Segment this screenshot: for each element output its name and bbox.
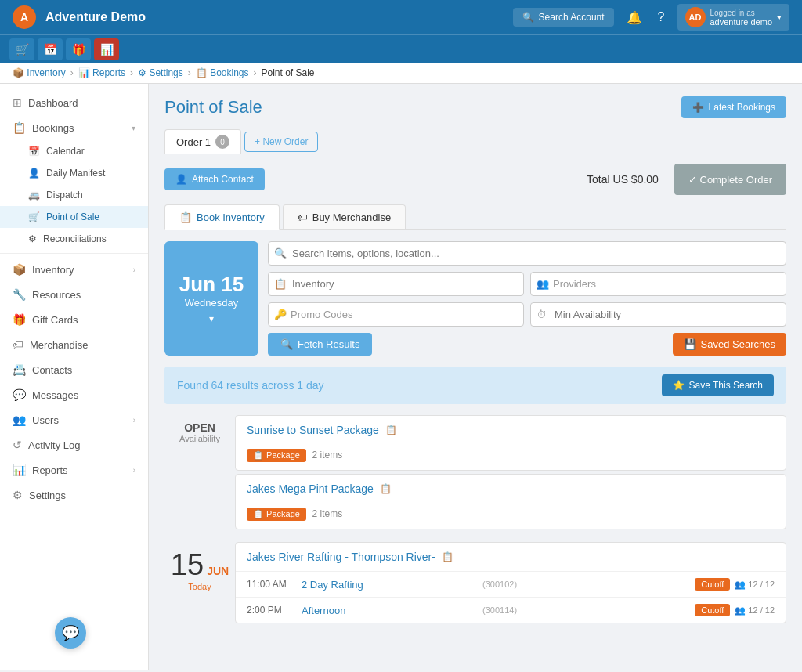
chevron-right-icon: › xyxy=(133,466,135,475)
promo-select[interactable]: Promo Codes xyxy=(268,302,524,327)
breadcrumb-reports[interactable]: 📊 Reports xyxy=(78,67,125,78)
sidebar-item-merchandise[interactable]: 🏷 Merchandise xyxy=(0,332,148,357)
sidebar-item-bookings[interactable]: 📋 Bookings ▾ xyxy=(0,115,148,140)
min-availability-input[interactable] xyxy=(530,302,786,327)
search-account-button[interactable]: 🔍 Search Account xyxy=(513,8,614,27)
name-2day[interactable]: 2 Day Rafting xyxy=(302,579,479,591)
sidebar-item-dispatch[interactable]: 🚐 Dispatch xyxy=(0,184,148,206)
date-display: Jun 15 xyxy=(179,273,244,297)
notifications-button[interactable]: 🔔 xyxy=(623,7,645,28)
app-logo: A xyxy=(13,5,36,29)
sidebar-item-daily-manifest[interactable]: 👤 Daily Manifest xyxy=(0,162,148,184)
order-badge: 0 xyxy=(215,135,229,149)
date-picker[interactable]: Jun 15 Wednesday ▾ xyxy=(164,241,258,356)
items-count: 2 items xyxy=(312,450,343,461)
package-badge: 📋 Package xyxy=(247,449,306,462)
providers-input-wrapper: 👥 Providers xyxy=(530,272,786,296)
sidebar-item-activity-log[interactable]: ↺ Activity Log xyxy=(0,432,148,457)
help-button[interactable]: ? xyxy=(655,7,668,27)
search-input[interactable] xyxy=(268,241,786,266)
open-date-col: OPEN Availability xyxy=(164,415,235,533)
main-content: Point of Sale ➕ Latest Bookings Order 1 … xyxy=(149,84,802,670)
breadcrumb: 📦 Inventory › 📊 Reports › ⚙ Settings › 📋… xyxy=(0,63,802,84)
inventory-input-wrapper: 📋 xyxy=(268,272,524,296)
order-tab-1[interactable]: Order 1 0 xyxy=(164,129,241,154)
calendar-quicknav-button[interactable]: 📅 xyxy=(38,38,63,60)
book-tabs: 📋 Book Inventory 🏷 Buy Merchandise xyxy=(164,204,786,230)
breadcrumb-inventory[interactable]: 📦 Inventory xyxy=(13,67,66,78)
search-input-wrapper: 🔍 xyxy=(268,241,786,266)
cutoff-badge-2: Cutoff xyxy=(695,604,730,616)
new-order-button[interactable]: + New Order xyxy=(244,132,318,152)
saved-searches-button[interactable]: 💾 Saved Searches xyxy=(673,333,786,356)
cutoff-badge-1: Cutoff xyxy=(695,578,730,591)
day-display: Wednesday xyxy=(185,297,238,309)
dispatch-icon: 🚐 xyxy=(28,190,40,201)
sidebar-item-users[interactable]: 👥 Users › xyxy=(0,407,148,432)
breadcrumb-bookings[interactable]: 📋 Bookings xyxy=(196,67,249,78)
inventory-icon: 📦 xyxy=(13,263,26,276)
breadcrumb-settings[interactable]: ⚙ Settings xyxy=(138,67,183,78)
top-navigation: A Adventure Demo 🔍 Search Account 🔔 ? AD… xyxy=(0,0,802,34)
attach-contact-button[interactable]: 👤 Attach Contact xyxy=(164,168,265,190)
tag-icon: 🏷 xyxy=(298,211,308,223)
merchandise-icon: 🏷 xyxy=(13,338,23,351)
sidebar-item-inventory[interactable]: 📦 Inventory › xyxy=(0,257,148,282)
contacts-icon: 📇 xyxy=(13,363,26,376)
chevron-down-icon: ▾ xyxy=(132,124,135,132)
card-title-jakes-mega[interactable]: Jakes Mega Pint Package xyxy=(247,482,374,495)
chat-bubble[interactable]: 💬 xyxy=(55,617,86,649)
result-card-jakes-river: Jakes River Rafting - Thompson River- 📋 … xyxy=(235,542,786,623)
result-group-date: 15 JUN Today Jakes River Rafting - Thomp… xyxy=(164,542,786,627)
latest-bookings-button[interactable]: ➕ Latest Bookings xyxy=(681,96,786,118)
name-afternoon[interactable]: Afternoon xyxy=(302,605,479,616)
time-2day: 11:00 AM xyxy=(247,579,302,590)
package-badge-2: 📋 Package xyxy=(247,508,306,521)
dashboard-icon: ⊞ xyxy=(13,96,22,109)
date-expand-icon: ▾ xyxy=(209,313,214,324)
inventory-filter-input[interactable] xyxy=(268,272,524,296)
quick-navigation: 🛒 📅 🎁 📊 xyxy=(0,34,802,63)
sidebar-item-contacts[interactable]: 📇 Contacts xyxy=(0,357,148,382)
card-title-sunrise[interactable]: Sunrise to Sunset Package xyxy=(247,424,379,436)
save-this-search-button[interactable]: ⭐ Save This Search xyxy=(662,374,775,396)
resources-icon: 🔧 xyxy=(13,288,26,301)
sidebar-item-calendar[interactable]: 📅 Calendar xyxy=(0,140,148,162)
calendar-icon: 📅 xyxy=(28,146,40,157)
page-header: Point of Sale ➕ Latest Bookings xyxy=(164,96,786,118)
date-today-label: Today xyxy=(164,582,235,591)
sidebar-item-resources[interactable]: 🔧 Resources xyxy=(0,282,148,307)
sidebar-item-dashboard[interactable]: ⊞ Dashboard xyxy=(0,90,148,115)
sidebar-item-reports[interactable]: 📊 Reports › xyxy=(0,457,148,482)
providers-select[interactable]: Providers xyxy=(530,272,786,296)
min-avail-wrapper: ⏱ xyxy=(530,302,786,327)
bookings-icon: 📋 xyxy=(13,121,26,134)
users-icon: 👥 xyxy=(13,414,26,426)
page-title: Point of Sale xyxy=(164,97,681,117)
sidebar-item-settings[interactable]: ⚙ Settings xyxy=(0,482,148,508)
sidebar-item-messages[interactable]: 💬 Messages xyxy=(0,382,148,407)
capacity-2: 👥 12 / 12 xyxy=(735,605,775,616)
reconciliations-icon: ⚙ xyxy=(28,233,37,244)
pos-icon: 🛒 xyxy=(28,211,40,222)
sidebar-item-reconciliations[interactable]: ⚙ Reconciliations xyxy=(0,228,148,250)
result-card-jakes-mega: Jakes Mega Pint Package 📋 📋 Package 2 it… xyxy=(235,474,786,529)
tab-book-inventory[interactable]: 📋 Book Inventory xyxy=(164,204,280,230)
result-row-afternoon: 2:00 PM Afternoon (300114) Cutoff 👥 12 /… xyxy=(236,597,786,623)
items-count-2: 2 items xyxy=(312,508,343,519)
complete-order-button[interactable]: ✓ Complete Order xyxy=(674,164,786,195)
gift-quicknav-button[interactable]: 🎁 xyxy=(66,38,91,60)
cart-quicknav-button[interactable]: 🛒 xyxy=(9,38,34,60)
fetch-results-button[interactable]: 🔍 Fetch Results xyxy=(268,333,372,356)
results-bar: Found 64 results across 1 day ⭐ Save Thi… xyxy=(164,367,786,404)
main-layout: ⊞ Dashboard 📋 Bookings ▾ 📅 Calendar 👤 Da… xyxy=(0,84,802,670)
river-link-icon: 📋 xyxy=(442,551,453,562)
tab-buy-merchandise[interactable]: 🏷 Buy Merchandise xyxy=(283,204,406,229)
sidebar-item-point-of-sale[interactable]: 🛒 Point of Sale xyxy=(0,206,148,228)
card-title-jakes-river[interactable]: Jakes River Rafting - Thompson River- xyxy=(247,551,435,563)
manifest-icon: 👤 xyxy=(28,168,40,179)
chart-quicknav-button[interactable]: 📊 xyxy=(94,38,119,60)
sidebar: ⊞ Dashboard 📋 Bookings ▾ 📅 Calendar 👤 Da… xyxy=(0,84,149,670)
sidebar-item-gift-cards[interactable]: 🎁 Gift Cards xyxy=(0,307,148,332)
time-afternoon: 2:00 PM xyxy=(247,605,302,616)
